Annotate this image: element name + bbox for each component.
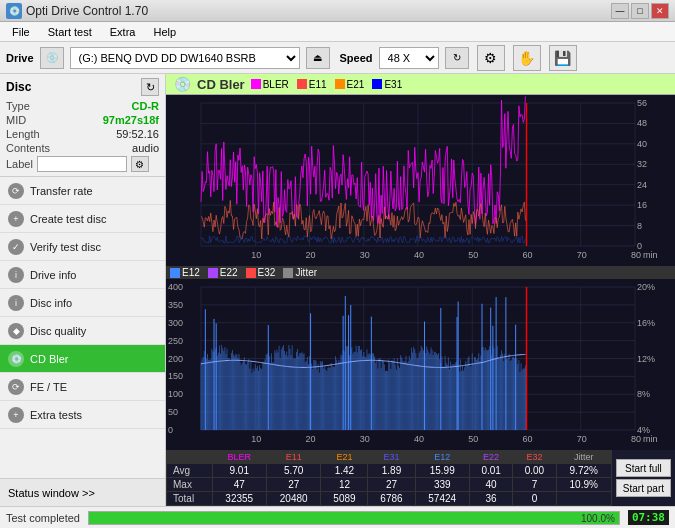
sidebar-item-label: CD Bler <box>30 353 69 365</box>
stats-avg-label: Avg <box>167 464 213 478</box>
menu-start-test[interactable]: Start test <box>40 24 100 40</box>
disc-length-row: Length 59:52.16 <box>6 128 159 140</box>
stats-row-avg: Avg 9.01 5.70 1.42 1.89 15.99 0.01 0.00 … <box>167 464 612 478</box>
chart-title: CD Bler <box>197 77 245 92</box>
stats-total-e11: 20480 <box>266 492 320 506</box>
close-button[interactable]: ✕ <box>651 3 669 19</box>
sidebar-item-label: Extra tests <box>30 409 82 421</box>
stats-avg-e12: 15.99 <box>415 464 469 478</box>
bottom-bar: Test completed 100.0% 07:38 <box>0 506 675 528</box>
stats-max-bler: 47 <box>212 478 266 492</box>
stats-row-max: Max 47 27 12 27 339 40 7 10.9% <box>167 478 612 492</box>
stats-avg-bler: 9.01 <box>212 464 266 478</box>
stats-max-e31: 27 <box>368 478 415 492</box>
legend-e12-label: E12 <box>182 267 200 278</box>
drive-select[interactable]: (G:) BENQ DVD DD DW1640 BSRB <box>70 47 300 69</box>
legend-e32-label: E32 <box>258 267 276 278</box>
drive-icon-btn[interactable]: 💿 <box>40 47 64 69</box>
sidebar-item-disc-info[interactable]: i Disc info <box>0 289 165 317</box>
legend-e12-color <box>170 268 180 278</box>
start-part-button[interactable]: Start part <box>616 479 671 497</box>
top-chart <box>166 95 675 266</box>
disc-length-label: Length <box>6 128 40 140</box>
chart-header: 💿 CD Bler BLER E11 E21 E31 <box>166 74 675 95</box>
stats-max-e11: 27 <box>266 478 320 492</box>
drive-bar: Drive 💿 (G:) BENQ DVD DD DW1640 BSRB ⏏ S… <box>0 42 675 74</box>
disc-title: Disc <box>6 80 31 94</box>
fe-te-icon: ⟳ <box>8 379 24 395</box>
stats-max-label: Max <box>167 478 213 492</box>
content-area: 💿 CD Bler BLER E11 E21 E31 <box>166 74 675 506</box>
eject-button[interactable]: ⏏ <box>306 47 330 69</box>
disc-type-row: Type CD-R <box>6 100 159 112</box>
disc-refresh-button[interactable]: ↻ <box>141 78 159 96</box>
stats-total-e32: 0 <box>513 492 556 506</box>
legend-e31-color <box>372 79 382 89</box>
sidebar-item-fe-te[interactable]: ⟳ FE / TE <box>0 373 165 401</box>
speed-select[interactable]: 48 X <box>379 47 439 69</box>
stats-max-e12: 339 <box>415 478 469 492</box>
legend-e11-label: E11 <box>309 79 327 90</box>
drive-label: Drive <box>6 52 34 64</box>
start-full-button[interactable]: Start full <box>616 459 671 477</box>
legend-jitter-label: Jitter <box>295 267 317 278</box>
legend-e32: E32 <box>246 267 276 278</box>
progress-bar-container: 100.0% <box>88 511 620 525</box>
stats-total-e22: 36 <box>469 492 512 506</box>
progress-bar <box>89 512 619 524</box>
sidebar-item-label: Disc quality <box>30 325 86 337</box>
disc-type-value: CD-R <box>132 100 160 112</box>
stats-total-e31: 6786 <box>368 492 415 506</box>
stats-avg-e31: 1.89 <box>368 464 415 478</box>
menu-help[interactable]: Help <box>145 24 184 40</box>
chart-header-icon: 💿 <box>174 76 191 92</box>
stats-avg-e11: 5.70 <box>266 464 320 478</box>
legend-e12: E12 <box>170 267 200 278</box>
disc-label-label: Label <box>6 158 33 170</box>
bottom-chart-container <box>166 279 675 450</box>
stats-avg-e21: 1.42 <box>321 464 368 478</box>
disc-length-value: 59:52.16 <box>116 128 159 140</box>
sidebar-item-label: Drive info <box>30 269 76 281</box>
disc-header: Disc ↻ <box>6 78 159 96</box>
disc-mid-value: 97m27s18f <box>103 114 159 126</box>
title-bar-text: Opti Drive Control 1.70 <box>26 4 148 18</box>
minimize-button[interactable]: — <box>611 3 629 19</box>
stats-avg-e22: 0.01 <box>469 464 512 478</box>
cd-bler-icon: 💿 <box>8 351 24 367</box>
legend-jitter-color <box>283 268 293 278</box>
settings-button[interactable]: ⚙ <box>477 45 505 71</box>
extra-tests-icon: + <box>8 407 24 423</box>
bottom-chart <box>166 279 675 450</box>
drive-info-icon: i <box>8 267 24 283</box>
sidebar-menu: ⟳ Transfer rate + Create test disc ✓ Ver… <box>0 177 165 478</box>
sidebar-item-extra-tests[interactable]: + Extra tests <box>0 401 165 429</box>
refresh-speed-button[interactable]: ↻ <box>445 47 469 69</box>
disc-contents-label: Contents <box>6 142 50 154</box>
stats-total-e12: 57424 <box>415 492 469 506</box>
disc-quality-icon: ◆ <box>8 323 24 339</box>
sidebar-item-disc-quality[interactable]: ◆ Disc quality <box>0 317 165 345</box>
sidebar-item-cd-bler[interactable]: 💿 CD Bler <box>0 345 165 373</box>
disc-label-input[interactable] <box>37 156 127 172</box>
sidebar-item-transfer-rate[interactable]: ⟳ Transfer rate <box>0 177 165 205</box>
menu-file[interactable]: File <box>4 24 38 40</box>
sidebar-item-label: Verify test disc <box>30 241 101 253</box>
sidebar-item-verify-test-disc[interactable]: ✓ Verify test disc <box>0 233 165 261</box>
save-button[interactable]: 💾 <box>549 45 577 71</box>
hand-button[interactable]: ✋ <box>513 45 541 71</box>
disc-label-button[interactable]: ⚙ <box>131 156 149 172</box>
stats-max-e32: 7 <box>513 478 556 492</box>
maximize-button[interactable]: □ <box>631 3 649 19</box>
stats-table: BLER E11 E21 E31 E12 E22 E32 Jitter <box>166 450 612 506</box>
stats-container: BLER E11 E21 E31 E12 E22 E32 Jitter <box>166 450 675 506</box>
status-window-button[interactable]: Status window >> <box>0 478 165 506</box>
transfer-rate-icon: ⟳ <box>8 183 24 199</box>
sidebar-item-drive-info[interactable]: i Drive info <box>0 261 165 289</box>
stats-table-wrapper: BLER E11 E21 E31 E12 E22 E32 Jitter <box>166 450 612 506</box>
sidebar-item-create-test-disc[interactable]: + Create test disc <box>0 205 165 233</box>
stats-total-e21: 5089 <box>321 492 368 506</box>
menu-extra[interactable]: Extra <box>102 24 144 40</box>
menu-bar: File Start test Extra Help <box>0 22 675 42</box>
disc-panel: Disc ↻ Type CD-R MID 97m27s18f Length 59… <box>0 74 165 177</box>
